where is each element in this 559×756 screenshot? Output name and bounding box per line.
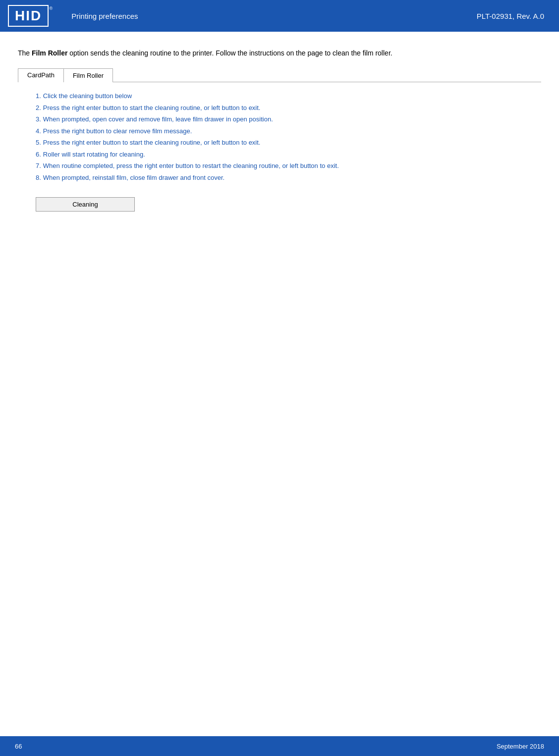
list-item: 6.Roller will start rotating for cleanin…: [36, 150, 541, 160]
registered-mark: ®: [50, 6, 53, 11]
instructions-list: 1.Click the cleaning button below 2.Pres…: [36, 91, 541, 182]
cleaning-button-wrapper: Cleaning: [36, 197, 541, 212]
tabs-wrapper: CardPath Film Roller: [18, 68, 541, 82]
tabs-container: CardPath Film Roller: [18, 68, 113, 82]
intro-text-before: The: [18, 49, 32, 57]
tab-cardpath[interactable]: CardPath: [18, 69, 64, 82]
logo-text: HID: [15, 8, 42, 23]
list-item: 1.Click the cleaning button below: [36, 91, 541, 101]
list-item: 8.When prompted, reinstall film, close f…: [36, 173, 541, 183]
footer-page-number: 66: [15, 743, 22, 750]
list-item: 2.Press the right enter button to start …: [36, 103, 541, 113]
hid-logo: HID: [8, 5, 49, 27]
intro-text-after: option sends the cleaning routine to the…: [67, 49, 392, 57]
tab-film-roller[interactable]: Film Roller: [64, 69, 112, 83]
list-item: 4.Press the right button to clear remove…: [36, 126, 541, 136]
list-item: 3.When prompted, open cover and remove f…: [36, 114, 541, 124]
header-title: Printing preferences: [56, 12, 477, 20]
cleaning-button[interactable]: Cleaning: [36, 197, 135, 212]
main-content: The Film Roller option sends the cleanin…: [0, 32, 559, 251]
intro-bold: Film Roller: [32, 49, 67, 57]
list-item: 7.When routine completed, press the righ…: [36, 161, 541, 171]
header-doc-ref: PLT-02931, Rev. A.0: [477, 12, 559, 20]
footer-date: September 2018: [497, 743, 544, 750]
list-item: 5.Press the right enter button to start …: [36, 138, 541, 148]
header-logo: HID ®: [0, 0, 56, 32]
intro-paragraph: The Film Roller option sends the cleanin…: [18, 48, 541, 58]
header: HID ® Printing preferences PLT-02931, Re…: [0, 0, 559, 32]
footer: 66 September 2018: [0, 736, 559, 756]
